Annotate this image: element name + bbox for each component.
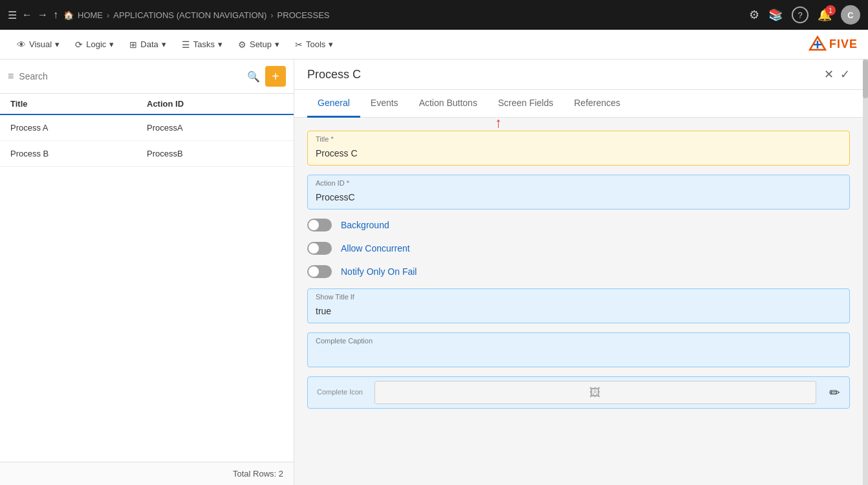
notify-only-on-fail-label: Notify Only On Fail	[341, 266, 417, 277]
search-input[interactable]	[19, 71, 242, 81]
complete-caption-input[interactable]	[308, 347, 849, 367]
search-bar: ≡ 🔍 +	[0, 59, 294, 94]
tab-references[interactable]: References	[564, 90, 631, 118]
close-button[interactable]: ✕	[824, 67, 834, 81]
filter-icon: ≡	[8, 70, 14, 82]
visual-icon: 👁	[17, 39, 26, 50]
menu-tools[interactable]: ✂ Tools ▾	[288, 36, 340, 54]
row1-title: Process A	[10, 123, 147, 133]
complete-icon-label: Complete Icon	[316, 388, 363, 396]
breadcrumb: 🏠 HOME › APPLICATIONS (ACTION NAVIGATION…	[63, 10, 330, 20]
confirm-button[interactable]: ✓	[840, 67, 850, 81]
menu-bar: 👁 Visual ▾ ⟳ Logic ▾ ⊞ Data ▾ ☰ Tasks ▾ …	[0, 30, 868, 59]
complete-icon-preview: 🖼	[374, 381, 816, 404]
left-panel: ≡ 🔍 + Title Action ID Process A ProcessA…	[0, 59, 294, 485]
col-title-header: Title	[10, 99, 147, 109]
back-icon[interactable]: ←	[22, 9, 32, 21]
home-label[interactable]: HOME	[78, 10, 103, 20]
breadcrumb-processes[interactable]: PROCESSES	[277, 10, 330, 20]
tasks-chevron-icon: ▾	[218, 39, 222, 49]
tools-icon: ✂	[295, 39, 303, 50]
scrollbar-thumb[interactable]	[863, 59, 868, 98]
home-icon: 🏠	[63, 10, 74, 20]
menu-visual-label: Visual	[29, 39, 52, 49]
setup-icon: ⚙	[238, 39, 246, 50]
breadcrumb-applications[interactable]: APPLICATIONS (ACTION NAVIGATION)	[113, 10, 266, 20]
row1-action-id: ProcessA	[147, 123, 283, 133]
menu-tasks[interactable]: ☰ Tasks ▾	[175, 36, 229, 54]
table-header: Title Action ID	[0, 94, 294, 115]
menu-setup-label: Setup	[250, 39, 272, 49]
avatar[interactable]: C	[841, 5, 860, 25]
title-label: Title *	[308, 131, 849, 144]
form-area: Title * Action ID * Background	[294, 118, 863, 485]
allow-concurrent-toggle-knob	[309, 243, 319, 253]
notify-only-on-fail-toggle[interactable]	[307, 265, 332, 278]
up-icon[interactable]: ↑	[53, 9, 58, 21]
show-title-if-label: Show Title If	[308, 289, 849, 302]
complete-icon-label-col: Complete Icon	[308, 383, 371, 402]
allow-concurrent-label: Allow Concurrent	[341, 243, 410, 253]
tools-chevron-icon: ▾	[329, 39, 333, 49]
tab-action-buttons[interactable]: Action Buttons	[409, 90, 488, 118]
menu-logic[interactable]: ⟳ Logic ▾	[69, 36, 120, 54]
edit-icon-button[interactable]: ✏	[820, 380, 849, 405]
tab-events[interactable]: Events	[360, 90, 409, 118]
menu-tools-label: Tools	[306, 39, 325, 49]
add-button[interactable]: +	[265, 66, 286, 87]
forward-icon[interactable]: →	[38, 9, 48, 21]
five-logo-icon	[808, 36, 827, 54]
data-chevron-icon: ▾	[162, 39, 166, 49]
menu-setup[interactable]: ⚙ Setup ▾	[232, 36, 286, 54]
tab-screen-fields[interactable]: Screen Fields	[488, 90, 564, 118]
settings-icon[interactable]: ⚙	[749, 8, 759, 22]
allow-concurrent-toggle[interactable]	[307, 242, 332, 255]
menu-visual[interactable]: 👁 Visual ▾	[10, 36, 66, 54]
menu-logic-label: Logic	[86, 39, 106, 49]
logic-icon: ⟳	[75, 39, 83, 50]
scrollbar[interactable]	[863, 59, 868, 485]
notification-badge: 1	[825, 5, 836, 16]
tab-general[interactable]: General	[307, 90, 360, 118]
action-id-input[interactable]	[308, 189, 849, 209]
complete-caption-field: Complete Caption	[307, 332, 850, 367]
background-toggle-row: Background	[307, 219, 850, 232]
background-toggle[interactable]	[307, 219, 332, 232]
notify-only-on-fail-toggle-knob	[309, 266, 319, 277]
table-footer: Total Rows: 2	[0, 462, 294, 485]
data-icon: ⊞	[129, 39, 137, 50]
background-label: Background	[341, 220, 389, 230]
row2-action-id: ProcessB	[147, 149, 283, 158]
five-logo-text: FIVE	[829, 38, 858, 51]
visual-chevron-icon: ▾	[55, 39, 60, 49]
hamburger-menu-icon[interactable]: ☰	[8, 9, 17, 21]
books-icon[interactable]: 📚	[768, 8, 783, 22]
show-title-if-input[interactable]	[308, 303, 849, 323]
notifications-icon[interactable]: 🔔 1	[818, 8, 832, 22]
action-id-label: Action ID *	[308, 175, 849, 188]
complete-icon-field: Complete Icon 🖼 ✏	[307, 376, 850, 409]
title-input[interactable]	[308, 146, 849, 165]
right-header: Process C ✕ ✓	[294, 59, 863, 90]
five-logo: FIVE	[808, 36, 858, 54]
complete-caption-label: Complete Caption	[308, 333, 849, 346]
table-row[interactable]: Process B ProcessB	[0, 141, 294, 167]
col-action-id-header: Action ID	[147, 99, 283, 109]
search-magnifier-icon[interactable]: 🔍	[247, 70, 260, 83]
logic-chevron-icon: ▾	[109, 39, 114, 49]
title-field: Title *	[307, 131, 850, 166]
top-nav: ☰ ← → ↑ 🏠 HOME › APPLICATIONS (ACTION NA…	[0, 0, 868, 30]
show-title-if-field: Show Title If	[307, 288, 850, 323]
action-id-field: Action ID *	[307, 175, 850, 210]
tabs: General Events Action Buttons Screen Fie…	[294, 90, 863, 118]
table-row[interactable]: Process A ProcessA	[0, 115, 294, 141]
right-panel: Process C ✕ ✓ General Events Action Butt…	[294, 59, 863, 485]
notify-only-on-fail-toggle-row: Notify Only On Fail	[307, 265, 850, 278]
panel-title: Process C	[307, 68, 361, 81]
menu-data-label: Data	[140, 39, 158, 49]
sep1: ›	[107, 10, 109, 20]
main-content: ≡ 🔍 + Title Action ID Process A ProcessA…	[0, 59, 868, 485]
help-icon[interactable]: ?	[792, 6, 808, 23]
menu-tasks-label: Tasks	[193, 39, 215, 49]
menu-data[interactable]: ⊞ Data ▾	[123, 36, 172, 54]
